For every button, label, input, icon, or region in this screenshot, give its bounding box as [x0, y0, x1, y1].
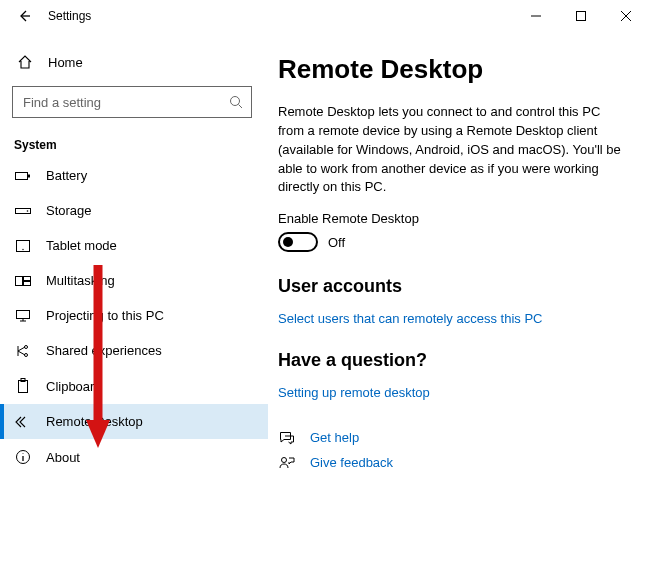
- svg-point-17: [282, 457, 287, 462]
- svg-point-5: [27, 210, 29, 212]
- toggle-state: Off: [328, 235, 345, 250]
- projecting-icon: [14, 309, 32, 323]
- sidebar-item-clipboard[interactable]: Clipboard: [0, 368, 268, 404]
- search-box[interactable]: [12, 86, 252, 118]
- window-controls: [513, 0, 648, 32]
- sidebar-item-label: Multitasking: [46, 273, 115, 288]
- toggle-label: Enable Remote Desktop: [278, 211, 624, 226]
- nav-list: Battery Storage Tablet mode Multitasking…: [0, 158, 268, 475]
- sidebar-item-multitasking[interactable]: Multitasking: [0, 263, 268, 298]
- svg-point-1: [231, 97, 240, 106]
- select-users-link[interactable]: Select users that can remotely access th…: [278, 311, 542, 326]
- sidebar-item-label: Clipboard: [46, 379, 102, 394]
- storage-icon: [14, 205, 32, 217]
- get-help-link[interactable]: Get help: [310, 430, 359, 445]
- main-panel: Remote Desktop Remote Desktop lets you c…: [268, 32, 648, 565]
- maximize-button[interactable]: [558, 0, 603, 32]
- title-bar: Settings: [0, 0, 648, 32]
- svg-rect-3: [28, 174, 30, 177]
- home-icon: [16, 54, 34, 70]
- svg-rect-2: [16, 172, 28, 179]
- tablet-icon: [14, 239, 32, 253]
- enable-remote-desktop-toggle[interactable]: [278, 232, 318, 252]
- sidebar-item-battery[interactable]: Battery: [0, 158, 268, 193]
- feedback-icon: [278, 456, 296, 470]
- get-help-row[interactable]: Get help: [278, 430, 624, 445]
- shared-icon: [14, 344, 32, 358]
- svg-rect-10: [24, 281, 31, 285]
- svg-rect-9: [24, 276, 31, 280]
- category-label: System: [0, 128, 268, 158]
- sidebar-item-about[interactable]: About: [0, 439, 268, 475]
- sidebar-item-shared-experiences[interactable]: Shared experiences: [0, 333, 268, 368]
- svg-point-7: [22, 248, 23, 249]
- svg-rect-0: [576, 12, 585, 21]
- battery-icon: [14, 170, 32, 182]
- sidebar-item-storage[interactable]: Storage: [0, 193, 268, 228]
- page-description: Remote Desktop lets you connect to and c…: [278, 103, 624, 197]
- sidebar-item-label: About: [46, 450, 80, 465]
- svg-point-12: [25, 345, 28, 348]
- give-feedback-row[interactable]: Give feedback: [278, 455, 624, 470]
- about-icon: [14, 449, 32, 465]
- sidebar-item-label: Storage: [46, 203, 92, 218]
- minimize-button[interactable]: [513, 0, 558, 32]
- chat-icon: [278, 431, 296, 445]
- clipboard-icon: [14, 378, 32, 394]
- question-heading: Have a question?: [278, 350, 624, 371]
- svg-rect-14: [19, 381, 28, 393]
- sidebar-item-projecting[interactable]: Projecting to this PC: [0, 298, 268, 333]
- multitasking-icon: [14, 274, 32, 288]
- home-button[interactable]: Home: [0, 48, 268, 76]
- svg-point-13: [25, 353, 28, 356]
- sidebar: Home System Battery Storage Tablet: [0, 32, 268, 565]
- search-icon: [229, 95, 243, 109]
- window-title: Settings: [48, 9, 91, 23]
- close-button[interactable]: [603, 0, 648, 32]
- give-feedback-link[interactable]: Give feedback: [310, 455, 393, 470]
- page-heading: Remote Desktop: [278, 54, 624, 85]
- sidebar-item-label: Shared experiences: [46, 343, 162, 358]
- sidebar-item-label: Remote Desktop: [46, 414, 143, 429]
- home-label: Home: [48, 55, 83, 70]
- sidebar-item-label: Battery: [46, 168, 87, 183]
- sidebar-item-tablet-mode[interactable]: Tablet mode: [0, 228, 268, 263]
- back-button[interactable]: [14, 9, 34, 23]
- svg-rect-8: [16, 276, 23, 285]
- sidebar-item-label: Tablet mode: [46, 238, 117, 253]
- setup-remote-desktop-link[interactable]: Setting up remote desktop: [278, 385, 430, 400]
- search-input[interactable]: [21, 94, 229, 111]
- user-accounts-heading: User accounts: [278, 276, 624, 297]
- sidebar-item-remote-desktop[interactable]: Remote Desktop: [0, 404, 268, 439]
- remote-desktop-icon: [14, 415, 32, 429]
- svg-rect-11: [17, 310, 30, 318]
- sidebar-item-label: Projecting to this PC: [46, 308, 164, 323]
